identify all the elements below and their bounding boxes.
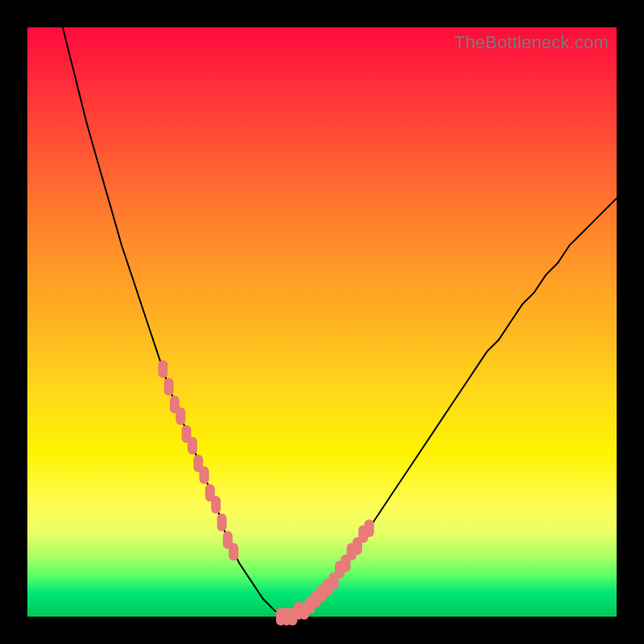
curve-marker: [175, 407, 185, 425]
curve-marker: [164, 378, 174, 396]
chart-frame: TheBottleneck.com: [0, 0, 644, 644]
curve-marker: [200, 466, 209, 484]
curve-marker: [158, 361, 167, 378]
curve-markers: [158, 361, 374, 625]
plot-area: TheBottleneck.com: [27, 27, 617, 617]
curve-marker: [365, 519, 374, 537]
curve-line: [63, 27, 617, 617]
curve-marker: [229, 543, 238, 561]
curve-marker: [211, 496, 221, 514]
curve-marker: [217, 514, 227, 531]
curve-marker: [188, 437, 197, 455]
bottleneck-curve: [27, 27, 617, 617]
